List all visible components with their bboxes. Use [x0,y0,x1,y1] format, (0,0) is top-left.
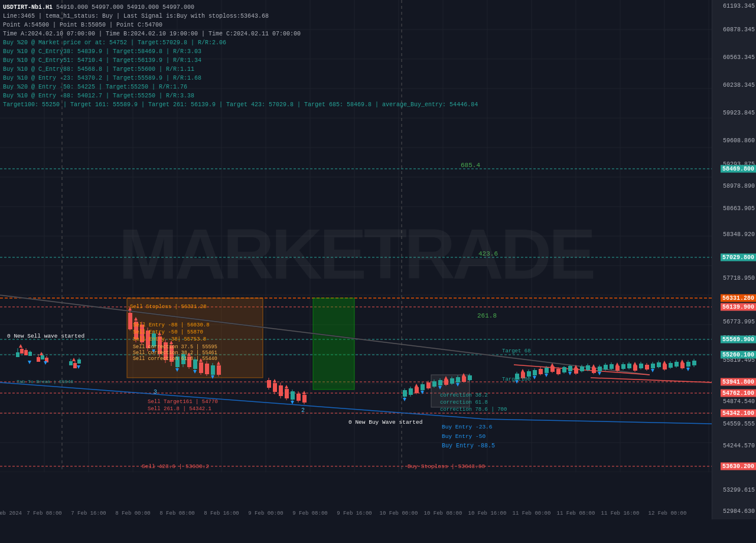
svg-marker-146 [415,384,418,387]
price-54874: 54874.540 [723,398,755,405]
symbol: USDTIRT-Nbi.H1 [3,4,53,11]
fib-685-label: 685.4 [461,162,480,169]
sell-corr-61-label: Sell correction 61.8 | 55440 [133,356,217,362]
time-label-3: 8 Feb 00:00 [115,511,150,516]
svg-rect-192 [562,367,566,372]
time-label-10: 10 Feb 08:00 [424,511,462,516]
time-label-14: 11 Feb 16:00 [601,511,640,516]
time-label-8: 9 Feb 16:00 [337,511,372,516]
sell-entry-88-label: Sell Entry -88 | 56030.8 [133,322,210,328]
svg-rect-62 [37,357,40,362]
svg-rect-145 [415,387,419,393]
buy-entry-23-label: Buy Entry -23.6 [442,424,493,430]
svg-rect-179 [533,370,537,375]
price-58978: 58978.890 [723,183,755,189]
svg-rect-210 [604,365,608,369]
new-sell-wave-label: 0 New Sell wave started [7,333,84,339]
target-100-label: Target100 [502,377,531,382]
price-58469-box: 58469.800 [721,165,756,173]
info-line7: Buy %10 @ C_Entry88: 54568.8 | Target:55… [3,65,478,74]
svg-rect-246 [692,361,696,365]
svg-line-48 [484,419,712,424]
svg-rect-123 [273,383,277,392]
buy-entry-50-label: Buy Entry -50 [442,433,485,440]
time-label-12: 11 Feb 00:00 [513,511,551,516]
svg-marker-185 [545,374,548,377]
svg-rect-113 [205,364,209,374]
info-line2: Point A:54500 | Point B:55050 | Point C:… [3,21,478,30]
buy-entry-88-label: Buy Entry -88.5 [442,443,495,449]
chart-container: USDTIRT-Nbi.H1 54910.000 54997.000 54910… [0,0,756,543]
info-panel: USDTIRT-Nbi.H1 54910.000 54997.000 54910… [3,3,478,109]
time-label-5: 8 Feb 16:00 [204,511,239,516]
price-58663: 58663.905 [723,205,755,212]
svg-rect-148 [421,384,425,390]
sell-corr-37-label: Sell correction 37.5 | 55595 [133,344,217,350]
svg-rect-74 [77,359,81,364]
svg-rect-204 [592,368,596,373]
svg-rect-233 [663,364,667,369]
info-line6: Buy %10 @ C_Entry51: 54710.4 | Target:56… [3,56,478,65]
svg-rect-184 [545,368,549,373]
price-56139-box: 56139.900 [721,303,756,311]
svg-marker-205 [592,364,595,368]
price-info: 54910.000 54997.000 54910.000 54997.000 [56,4,194,11]
svg-rect-143 [409,388,413,395]
svg-marker-75 [72,358,76,361]
svg-rect-214 [615,366,620,371]
svg-rect-118 [217,365,221,375]
svg-rect-58 [28,352,32,356]
correction-38-label: correction 38.2 [440,392,488,398]
time-label-4: 8 Feb 08:00 [159,511,194,516]
info-line5: Buy %10 @ C_Entry38: 54839.9 | Target:58… [3,47,478,56]
svg-rect-153 [432,381,436,387]
svg-marker-215 [615,362,619,366]
svg-rect-161 [450,378,454,384]
svg-rect-194 [568,366,572,371]
svg-rect-155 [438,380,442,385]
svg-rect-70 [69,361,73,365]
price-54762-box: 54762.100 [721,390,756,397]
svg-marker-60 [28,361,31,364]
tab-to-break-label: Tab To Break | 55048 [17,379,73,384]
svg-rect-64 [41,355,44,359]
time-label-2: 7 Feb 16:00 [71,511,106,516]
svg-marker-244 [686,368,690,371]
price-55260-box: 55260.100 [721,351,756,359]
svg-rect-240 [680,363,685,368]
price-52984: 52984.630 [723,508,755,515]
svg-rect-134 [296,394,301,401]
info-line10: Buy %10 @ Entry -88: 54012.7 | Target:55… [3,91,478,100]
sell-target-261-label: Sell 261.8 | 54342.1 [148,406,211,412]
svg-marker-141 [403,398,406,401]
svg-marker-149 [421,391,424,394]
title-line: USDTIRT-Nbi.H1 54910.000 54997.000 54910… [3,3,478,12]
svg-rect-78 [128,313,132,329]
svg-rect-231 [657,362,661,367]
time-label-1: 7 Feb 08:00 [27,511,61,516]
svg-marker-129 [285,385,288,388]
svg-rect-236 [669,363,673,368]
svg-marker-208 [598,372,601,375]
svg-rect-177 [527,371,531,377]
sell-stoploss-label: Sell Stoploss | 56331.28 [130,304,207,310]
svg-line-47 [0,382,484,419]
svg-marker-222 [633,362,637,365]
svg-rect-197 [574,368,578,374]
svg-rect-126 [279,385,283,396]
svg-rect-131 [291,391,295,400]
svg-rect-207 [598,367,602,371]
sell-423-bottom-label: Sell 423.6 | 53630.2 [142,463,209,470]
svg-rect-221 [633,365,637,371]
fib-423-label: 423.6 [478,250,498,257]
target-68-label: Target 68 [502,348,531,354]
svg-marker-132 [291,401,294,404]
svg-rect-115 [211,365,215,375]
info-line11: Target100: 55250 | Target 161: 55589.9 |… [3,100,478,109]
sell-entry-38-label: Sell Entry -38| 55753.8 [133,336,206,342]
svg-rect-128 [285,389,289,398]
svg-marker-76 [77,365,80,369]
time-label-7: 9 Feb 08:00 [292,511,327,516]
info-line4: Buy %20 @ Market price or at: 54752 | Ta… [3,38,478,47]
svg-rect-52 [16,352,19,357]
